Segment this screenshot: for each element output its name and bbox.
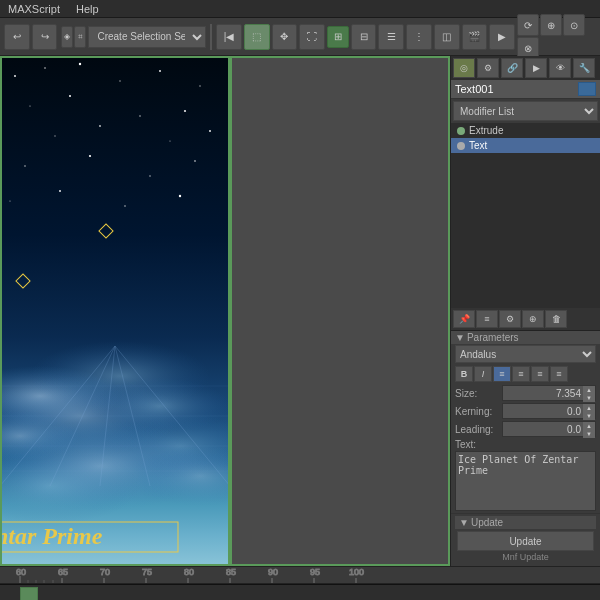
- schematic-btn[interactable]: ⋮: [406, 24, 432, 50]
- update-btn[interactable]: Update: [457, 531, 594, 551]
- svg-point-10: [184, 110, 186, 112]
- svg-text:75: 75: [142, 567, 152, 577]
- params-collapse[interactable]: ▼ Parameters: [451, 331, 600, 344]
- maxscript-menu[interactable]: MAXScript: [4, 3, 64, 15]
- redo-button[interactable]: ↪: [32, 24, 58, 50]
- italic-btn[interactable]: I: [474, 366, 492, 382]
- separator-1: [210, 24, 212, 50]
- svg-point-8: [69, 95, 71, 97]
- mirror-btn[interactable]: ⛶: [299, 24, 325, 50]
- svg-point-22: [179, 195, 181, 197]
- svg-point-18: [194, 160, 196, 162]
- svg-point-16: [89, 155, 91, 157]
- size-label: Size:: [455, 388, 500, 399]
- pin-stack-btn[interactable]: 📌: [453, 310, 475, 328]
- properties-panel: ◎ ⚙ 🔗 ▶ 👁 🔧 Text001 Modifier List Extrud…: [450, 56, 600, 566]
- kerning-row: Kerning: 0.0 ▲ ▼: [451, 402, 600, 420]
- svg-point-5: [159, 70, 161, 72]
- material-btn[interactable]: ◫: [434, 24, 460, 50]
- size-spinner[interactable]: ▲ ▼: [583, 386, 595, 402]
- main-area: ntar Prime ◎ ⚙ 🔗 ▶ 👁 🔧 Text001: [0, 56, 600, 566]
- svg-point-19: [9, 200, 10, 201]
- align-buttons-row: B I ≡ ≡ ≡ ≡: [451, 364, 600, 384]
- svg-point-17: [149, 175, 150, 176]
- instance-btn[interactable]: ⊕: [522, 310, 544, 328]
- kerning-up[interactable]: ▲: [583, 404, 595, 412]
- select-btn[interactable]: ⬚: [244, 24, 270, 50]
- extrude-dot: [457, 127, 465, 135]
- align-left-btn[interactable]: ≡: [493, 366, 511, 382]
- right-viewport-bg: [230, 56, 450, 566]
- svg-text:100: 100: [349, 567, 364, 577]
- modifier-buttons: 📌 ≡ ⚙ ⊕ 🗑: [451, 308, 600, 330]
- bold-btn[interactable]: B: [455, 366, 473, 382]
- leading-up[interactable]: ▲: [583, 422, 595, 430]
- show-all-btn[interactable]: ≡: [476, 310, 498, 328]
- align-justify-btn[interactable]: ≡: [550, 366, 568, 382]
- svg-text:85: 85: [226, 567, 236, 577]
- display-icon[interactable]: ◎: [453, 58, 475, 78]
- kerning-down[interactable]: ▼: [583, 412, 595, 420]
- svg-point-7: [29, 105, 30, 106]
- text-modifier[interactable]: Text: [451, 138, 600, 153]
- svg-point-2: [44, 67, 46, 69]
- svg-point-20: [59, 190, 61, 192]
- svg-text:60: 60: [16, 567, 26, 577]
- extra-btn-3[interactable]: ⊙: [563, 14, 585, 36]
- kerning-label: Kerning:: [455, 406, 500, 417]
- leading-value[interactable]: 0.0 ▲ ▼: [502, 421, 596, 437]
- undo-button[interactable]: ↩: [4, 24, 30, 50]
- prev-key-btn[interactable]: |◀: [216, 24, 242, 50]
- object-color-btn[interactable]: [578, 82, 596, 96]
- snap-toggle[interactable]: ◈: [61, 26, 73, 48]
- size-up[interactable]: ▲: [583, 386, 595, 394]
- svg-point-13: [169, 140, 170, 141]
- size-row: Size: 7.354 ▲ ▼: [451, 384, 600, 402]
- svg-text:90: 90: [268, 567, 278, 577]
- extra-btn-2[interactable]: ⊕: [540, 14, 562, 36]
- display-prop-icon[interactable]: 👁: [549, 58, 571, 78]
- timeline-slider[interactable]: [20, 587, 38, 600]
- font-dropdown[interactable]: Andalus: [455, 345, 596, 363]
- extra-btn-1[interactable]: ⟳: [517, 14, 539, 36]
- utility-icon[interactable]: 🔧: [573, 58, 595, 78]
- leading-down[interactable]: ▼: [583, 430, 595, 438]
- array-btn[interactable]: ⊞: [327, 26, 349, 48]
- size-value[interactable]: 7.354 ▲ ▼: [502, 385, 596, 401]
- timeline-ruler: 60 65 70 75 80 85 90 95 100: [0, 566, 600, 584]
- update-collapse[interactable]: ▼ Update: [455, 516, 596, 529]
- remove-btn[interactable]: 🗑: [545, 310, 567, 328]
- render-btn[interactable]: ▶: [489, 24, 515, 50]
- selection-dropdown[interactable]: Create Selection Se: [88, 26, 206, 48]
- move-btn[interactable]: ✥: [272, 24, 298, 50]
- ruler-svg: 60 65 70 75 80 85 90 95 100: [0, 566, 450, 584]
- help-menu[interactable]: Help: [72, 3, 103, 15]
- align-btn-toolbar[interactable]: ⊟: [351, 24, 377, 50]
- text-input[interactable]: Ice Planet Of Zentar Prime: [455, 451, 596, 511]
- kerning-value[interactable]: 0.0 ▲ ▼: [502, 403, 596, 419]
- layer-btn[interactable]: ☰: [378, 24, 404, 50]
- extrude-modifier[interactable]: Extrude: [451, 123, 600, 138]
- hierarchy-icon[interactable]: 🔗: [501, 58, 523, 78]
- kerning-spinner[interactable]: ▲ ▼: [583, 404, 595, 420]
- modify-icon[interactable]: ⚙: [477, 58, 499, 78]
- right-viewport[interactable]: [230, 56, 450, 566]
- svg-text:65: 65: [58, 567, 68, 577]
- svg-point-9: [139, 115, 141, 117]
- align-right-btn[interactable]: ≡: [531, 366, 549, 382]
- size-down[interactable]: ▼: [583, 394, 595, 402]
- render-setup-btn[interactable]: 🎬: [462, 24, 488, 50]
- leading-spinner[interactable]: ▲ ▼: [583, 422, 595, 438]
- configure-btn[interactable]: ⚙: [499, 310, 521, 328]
- font-row: Andalus: [451, 344, 600, 364]
- motion-icon[interactable]: ▶: [525, 58, 547, 78]
- timeline-track[interactable]: [0, 584, 600, 600]
- leading-label: Leading:: [455, 424, 500, 435]
- align-center-btn[interactable]: ≡: [512, 366, 530, 382]
- viewport-area[interactable]: ntar Prime: [0, 56, 230, 566]
- svg-point-1: [14, 75, 16, 77]
- angle-snap[interactable]: ⌗: [74, 26, 86, 48]
- modifier-list-dropdown[interactable]: Modifier List: [453, 101, 598, 121]
- viewport-canvas: ntar Prime: [0, 56, 230, 566]
- update-section: ▼ Update Update Mnf Update: [451, 513, 600, 566]
